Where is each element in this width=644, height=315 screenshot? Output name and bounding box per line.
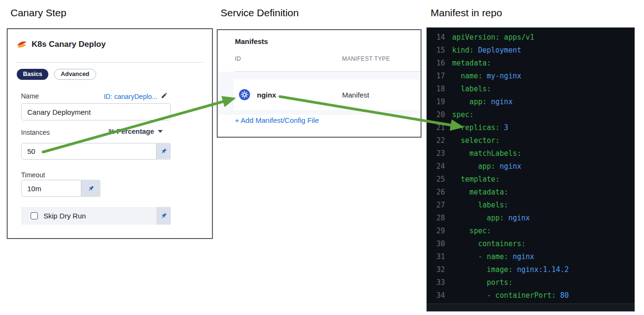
code-scrollbar-track[interactable]: [427, 304, 634, 311]
name-label: Name: [21, 92, 39, 100]
timeout-field: [21, 180, 100, 197]
step-title: K8s Canary Deploy: [32, 40, 106, 49]
canary-step-icon: [16, 39, 28, 50]
chevron-down-icon: [158, 130, 163, 133]
code-line: 14apiVersion: apps/v1: [427, 31, 634, 44]
heading-service-definition: Service Definition: [221, 7, 299, 19]
skip-dry-run-row: Skip Dry Run: [21, 207, 171, 225]
edit-pencil-icon[interactable]: [161, 92, 168, 101]
heading-canary-step: Canary Step: [11, 7, 67, 19]
code-line: 22 selector:: [427, 134, 634, 147]
code-line: 29 spec:: [427, 225, 634, 238]
service-definition-panel: Manifests ID MANIFEST TYPE nginx Manifes…: [217, 29, 422, 138]
instances-pin-button[interactable]: [156, 143, 171, 160]
manifest-row-nginx[interactable]: nginx Manifest: [233, 79, 421, 110]
code-line: 19 app: nginx: [427, 96, 634, 109]
manifest-code-editor[interactable]: 14apiVersion: apps/v115kind: Deployment1…: [426, 27, 635, 312]
code-line: 26 metadata:: [427, 186, 634, 199]
name-input[interactable]: [21, 103, 171, 120]
code-line: 28 app: nginx: [427, 212, 634, 225]
manifest-type: Manifest: [342, 91, 369, 99]
instances-field: [21, 143, 171, 160]
kubernetes-icon: [239, 89, 250, 100]
instances-input[interactable]: [21, 143, 156, 160]
manifests-section-title: Manifests: [235, 37, 268, 45]
code-line: 18 labels:: [427, 83, 634, 96]
skip-dry-run-checkbox[interactable]: [31, 212, 38, 219]
header-divider: [16, 62, 204, 63]
column-header-manifest-type: MANIFEST TYPE: [342, 55, 390, 62]
code-line: 32 image: nginx:1.14.2: [427, 263, 634, 276]
code-line: 31 - name: nginx: [427, 250, 634, 263]
code-line: 15kind: Deployment: [427, 44, 634, 57]
add-manifest-link[interactable]: + Add Manifest/Config File: [235, 116, 319, 124]
timeout-label: Timeout: [21, 171, 45, 179]
code-line: 27 labels:: [427, 199, 634, 212]
code-line: 33 ports:: [427, 276, 634, 289]
manifest-id: nginx: [257, 91, 276, 99]
step-id-text: ID: canaryDeplo...: [104, 93, 157, 100]
code-line: 24 app: nginx: [427, 160, 634, 173]
skip-dry-run-label: Skip Dry Run: [44, 212, 156, 220]
code-line: 16metadata:: [427, 57, 634, 70]
tab-basics[interactable]: Basics: [17, 69, 48, 80]
step-id-edit[interactable]: ID: canaryDeplo...: [104, 92, 168, 101]
code-line: 20spec:: [427, 109, 634, 121]
canary-step-panel: K8s Canary Deploy Basics Advanced Name I…: [7, 28, 213, 239]
code-line: 21 replicas: 3: [427, 121, 634, 134]
instances-unit-value: % Percentage: [109, 128, 154, 135]
tab-advanced[interactable]: Advanced: [54, 69, 96, 80]
timeout-pin-button[interactable]: [81, 180, 100, 197]
instances-label: Instances: [21, 129, 50, 136]
instances-unit-select[interactable]: % Percentage: [109, 128, 163, 135]
column-header-id: ID: [235, 55, 241, 62]
heading-manifest-in-repo: Manifest in repo: [431, 7, 502, 19]
yaml-code: 14apiVersion: apps/v115kind: Deployment1…: [427, 28, 634, 302]
code-line: 25 template:: [427, 173, 634, 186]
code-line: 34 - containerPort: 80: [427, 289, 634, 302]
code-line: 30 containers:: [427, 238, 634, 250]
skip-dry-run-pin-button[interactable]: [156, 207, 171, 225]
timeout-input[interactable]: [21, 180, 81, 197]
code-line: 17 name: my-nginx: [427, 70, 634, 83]
code-line: 23 matchLabels:: [427, 147, 634, 160]
